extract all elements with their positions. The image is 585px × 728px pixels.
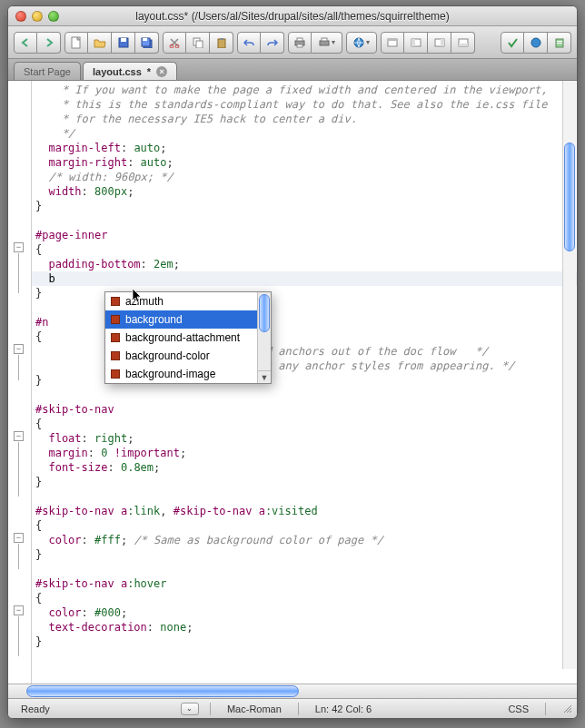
paste-button[interactable]: [210, 32, 233, 54]
status-language[interactable]: CSS: [502, 703, 534, 714]
print-options-button[interactable]: [312, 32, 342, 54]
code-line: [32, 388, 577, 402]
svg-rect-19: [388, 39, 397, 41]
svg-rect-9: [196, 41, 203, 48]
cut-button[interactable]: [163, 32, 186, 54]
panel-2-button[interactable]: [404, 32, 428, 54]
open-file-button[interactable]: [88, 32, 112, 54]
property-icon: [111, 333, 120, 342]
vertical-scrollbar[interactable]: [562, 81, 576, 669]
code-line: margin-right: auto;: [32, 155, 577, 170]
redo-button[interactable]: [261, 32, 284, 54]
code-line: {: [32, 591, 577, 605]
autocomplete-popup[interactable]: azimuth background background-attachment…: [104, 291, 272, 384]
titlebar[interactable]: layout.css* (/Users/al/Sites/drupal/site…: [8, 6, 577, 26]
save-all-button[interactable]: [135, 32, 159, 54]
status-popup-button[interactable]: ⌄: [181, 703, 199, 715]
fold-toggle[interactable]: −: [14, 605, 24, 615]
code-line: }: [32, 475, 577, 489]
resize-grip[interactable]: [557, 703, 570, 714]
close-window-button[interactable]: [15, 11, 26, 22]
code-line: [32, 213, 577, 228]
code-line: }: [32, 199, 577, 213]
code-line: /* width: 960px; */: [32, 170, 577, 184]
code-line: width: 800px;: [32, 184, 577, 199]
browser-preview-button[interactable]: [346, 32, 377, 54]
autocomplete-item[interactable]: background-attachment: [105, 329, 271, 347]
code-line: * this is the standards-compliant way to…: [32, 97, 577, 112]
fold-line: [18, 616, 19, 656]
print-button[interactable]: [288, 32, 312, 54]
autocomplete-item[interactable]: azimuth: [105, 292, 271, 310]
save-button[interactable]: [112, 32, 135, 54]
status-encoding[interactable]: Mac-Roman: [222, 703, 287, 714]
new-file-button[interactable]: [64, 32, 88, 54]
tab-start-page[interactable]: Start Page: [14, 62, 81, 80]
fold-line: [18, 355, 19, 380]
tab-label: layout.css: [93, 66, 142, 77]
undo-button[interactable]: [237, 32, 261, 54]
tab-label: Start Page: [24, 66, 71, 77]
minimize-window-button[interactable]: [32, 11, 43, 22]
autocomplete-scrollbar[interactable]: ▼: [257, 292, 271, 383]
svg-rect-14: [297, 44, 302, 47]
code-line: {: [32, 518, 577, 533]
tab-layout-css[interactable]: layout.css * ×: [83, 62, 177, 80]
svg-point-26: [531, 38, 540, 47]
status-bar: Ready ⌄ Mac-Roman Ln: 42 Col: 6 CSS: [8, 698, 577, 718]
code-line: }: [32, 547, 577, 562]
property-icon: [111, 297, 120, 306]
svg-rect-2: [121, 38, 126, 42]
tab-bar: Start Page layout.css * ×: [8, 59, 577, 81]
code-line-cursor: b: [32, 271, 577, 286]
code-line: [32, 562, 577, 576]
vertical-scroll-thumb[interactable]: [564, 143, 575, 251]
property-icon: [111, 351, 120, 360]
zoom-window-button[interactable]: [48, 11, 59, 22]
fold-line: [18, 442, 19, 497]
svg-rect-28: [557, 41, 562, 42]
svg-rect-5: [143, 38, 147, 41]
fold-toggle[interactable]: −: [14, 242, 24, 252]
toolbar: [8, 26, 577, 59]
fold-line: [18, 544, 19, 569]
horizontal-scrollbar[interactable]: [8, 684, 577, 698]
code-line: * If you want to make the page a fixed w…: [32, 83, 577, 97]
panel-3-button[interactable]: [428, 32, 451, 54]
svg-rect-11: [220, 38, 223, 40]
autocomplete-scroll-down[interactable]: ▼: [258, 370, 271, 383]
code-line: font-size: 0.8em;: [32, 460, 577, 475]
nav-forward-button[interactable]: [37, 32, 61, 54]
panel-4-button[interactable]: [451, 32, 475, 54]
tab-dirty-indicator: *: [147, 66, 151, 77]
fold-toggle[interactable]: −: [14, 344, 24, 354]
horizontal-scroll-thumb[interactable]: [26, 685, 299, 697]
globe-tool-button[interactable]: [524, 32, 548, 54]
autocomplete-scroll-thumb[interactable]: [259, 294, 270, 332]
property-icon: [111, 315, 120, 324]
fold-gutter[interactable]: − − − − −: [8, 81, 32, 684]
autocomplete-item[interactable]: background-image: [105, 365, 271, 383]
code-editor[interactable]: * If you want to make the page a fixed w…: [32, 81, 577, 684]
autocomplete-item[interactable]: background-color: [105, 347, 271, 365]
fold-toggle[interactable]: −: [14, 533, 24, 543]
panel-1-button[interactable]: [381, 32, 404, 54]
tab-close-button[interactable]: ×: [156, 66, 167, 77]
autocomplete-item-selected[interactable]: background: [105, 310, 271, 329]
svg-rect-23: [441, 39, 444, 46]
svg-rect-15: [320, 41, 329, 45]
nav-back-button[interactable]: [14, 32, 37, 54]
code-line: #page-inner: [32, 228, 577, 242]
code-line: text-decoration: none;: [32, 620, 577, 635]
copy-button[interactable]: [186, 32, 210, 54]
references-button[interactable]: [548, 32, 571, 54]
code-line: [32, 489, 577, 504]
status-cursor-position[interactable]: Ln: 42 Col: 6: [310, 703, 377, 714]
fold-toggle[interactable]: −: [14, 431, 24, 441]
code-line: padding-bottom: 2em;: [32, 257, 577, 271]
code-line: #skip-to-nav a:link, #skip-to-nav a:visi…: [32, 504, 577, 518]
property-icon: [111, 369, 120, 379]
code-line: margin-left: auto;: [32, 141, 577, 155]
window-controls: [15, 11, 59, 22]
validate-button[interactable]: [501, 32, 524, 54]
